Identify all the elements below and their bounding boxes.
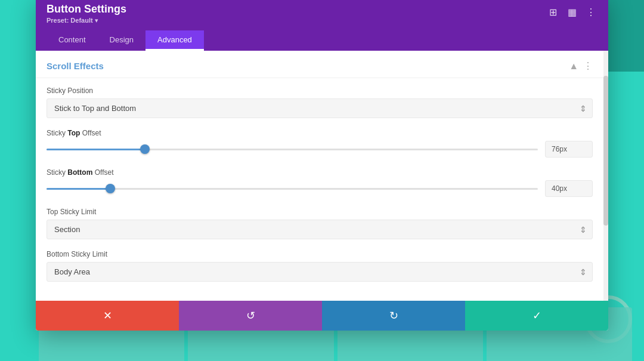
redo-icon: ↻ bbox=[389, 309, 398, 322]
scrollbar-track bbox=[603, 51, 608, 301]
expand-icon[interactable]: ⊞ bbox=[546, 5, 559, 18]
modal-footer: ✕ ↺ ↻ ✓ bbox=[36, 301, 608, 331]
top-sticky-limit-label: Top Sticky Limit bbox=[47, 208, 593, 216]
bottom-sticky-limit-label: Bottom Sticky Limit bbox=[47, 250, 593, 258]
content-area: Sticky Position Stick to Top and Bottom … bbox=[36, 78, 603, 301]
sticky-position-select-wrapper: Stick to Top and Bottom None Stick to To… bbox=[47, 98, 593, 118]
sticky-top-offset-track bbox=[47, 149, 538, 150]
tab-content[interactable]: Content bbox=[47, 30, 98, 51]
sticky-top-offset-label: Sticky Top Offset bbox=[47, 129, 593, 137]
bottom-sticky-limit-field: Bottom Sticky Limit Body Area None Secti… bbox=[47, 250, 593, 282]
sticky-bottom-offset-label: Sticky Bottom Offset bbox=[47, 168, 593, 177]
reset-icon: ↺ bbox=[246, 309, 255, 322]
cancel-button[interactable]: ✕ bbox=[36, 301, 179, 331]
section-header: Scroll Effects ▲ ⋮ bbox=[36, 51, 603, 78]
title-block: Button Settings Preset: Default ▾ bbox=[47, 3, 126, 24]
modal-header: Button Settings Preset: Default ▾ ⊞ ▦ ⋮ … bbox=[36, 0, 608, 51]
sticky-bottom-offset-slider-container bbox=[47, 183, 538, 195]
sticky-bottom-offset-field: Sticky Bottom Offset 40px bbox=[47, 168, 593, 197]
confirm-icon: ✓ bbox=[532, 309, 541, 322]
columns-icon[interactable]: ▦ bbox=[565, 5, 578, 18]
sticky-top-offset-row: 76px bbox=[47, 141, 593, 158]
section-title: Scroll Effects bbox=[47, 61, 104, 71]
modal-preset[interactable]: Preset: Default ▾ bbox=[47, 17, 126, 24]
tab-design[interactable]: Design bbox=[98, 30, 145, 51]
sticky-top-offset-value[interactable]: 76px bbox=[545, 141, 593, 158]
collapse-icon[interactable]: ▲ bbox=[569, 61, 578, 72]
more-options-icon[interactable]: ⋮ bbox=[584, 5, 597, 18]
modal-scroll-container: Scroll Effects ▲ ⋮ Sticky Position Stick… bbox=[36, 51, 608, 301]
sticky-top-offset-slider-container bbox=[47, 143, 538, 155]
scrollbar-thumb[interactable] bbox=[603, 76, 608, 226]
modal-title: Button Settings bbox=[47, 3, 126, 16]
sticky-position-label: Sticky Position bbox=[47, 87, 593, 95]
sticky-top-offset-thumb[interactable] bbox=[140, 144, 150, 154]
modal-content-area: Scroll Effects ▲ ⋮ Sticky Position Stick… bbox=[36, 51, 603, 301]
settings-modal: Button Settings Preset: Default ▾ ⊞ ▦ ⋮ … bbox=[36, 0, 608, 331]
bottom-sticky-limit-select-wrapper: Body Area None Section Row ⇕ bbox=[47, 262, 593, 282]
sticky-bottom-offset-thumb[interactable] bbox=[106, 184, 115, 193]
sticky-bottom-offset-value[interactable]: 40px bbox=[545, 180, 593, 197]
sticky-bottom-offset-track bbox=[47, 188, 538, 190]
sticky-position-select[interactable]: Stick to Top and Bottom None Stick to To… bbox=[47, 98, 593, 118]
tab-advanced[interactable]: Advanced bbox=[145, 30, 204, 51]
tab-bar: Content Design Advanced bbox=[47, 30, 597, 51]
cancel-icon: ✕ bbox=[103, 309, 112, 322]
top-sticky-limit-select[interactable]: Section None Row Column bbox=[47, 220, 593, 239]
redo-button[interactable]: ↻ bbox=[322, 301, 465, 331]
bottom-sticky-limit-select[interactable]: Body Area None Section Row bbox=[47, 262, 593, 282]
confirm-button[interactable]: ✓ bbox=[465, 301, 608, 331]
section-more-icon[interactable]: ⋮ bbox=[583, 60, 593, 72]
header-icons: ⊞ ▦ ⋮ bbox=[546, 3, 597, 18]
top-sticky-limit-select-wrapper: Section None Row Column ⇕ bbox=[47, 220, 593, 239]
sticky-top-offset-fill bbox=[47, 149, 145, 150]
top-sticky-limit-field: Top Sticky Limit Section None Row Column… bbox=[47, 208, 593, 239]
sticky-top-offset-field: Sticky Top Offset 76px bbox=[47, 129, 593, 158]
title-row: Button Settings Preset: Default ▾ ⊞ ▦ ⋮ bbox=[47, 3, 597, 24]
section-controls: ▲ ⋮ bbox=[569, 60, 593, 72]
sticky-bottom-offset-fill bbox=[47, 188, 110, 190]
sticky-position-field: Sticky Position Stick to Top and Bottom … bbox=[47, 87, 593, 118]
reset-button[interactable]: ↺ bbox=[179, 301, 322, 331]
sticky-bottom-offset-row: 40px bbox=[47, 180, 593, 197]
